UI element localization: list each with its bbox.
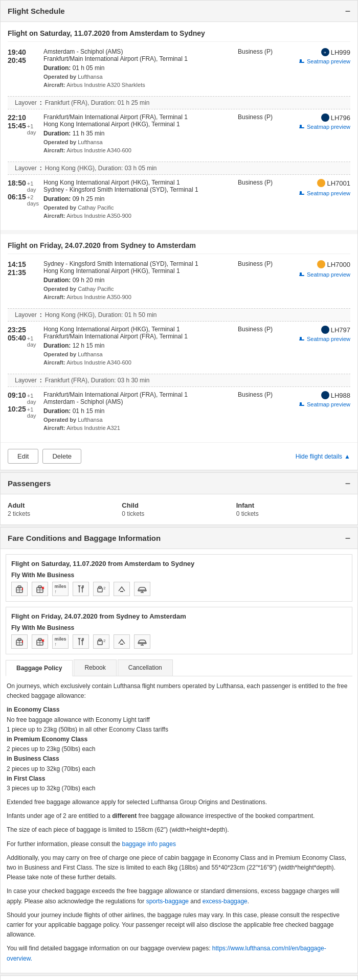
fare-tabs: Baggage Policy Rebook Cancellation — [6, 659, 352, 676]
seatmap-link[interactable]: Seatmap preview — [289, 190, 350, 197]
duration: Duration: 01 h 15 min — [43, 407, 233, 415]
lh-logo-yellow — [317, 260, 325, 268]
sports-baggage-link[interactable]: sports-baggage — [146, 898, 189, 905]
route-column: Hong Kong International Airport (HKG), T… — [38, 326, 238, 366]
baggage-info-link[interactable]: baggage info pages — [122, 840, 175, 848]
infant-label: Infant — [236, 502, 350, 509]
layover-dot: : — [40, 311, 42, 318]
passengers-toggle[interactable]: – — [345, 478, 350, 489]
baggage-icon-2 — [32, 582, 48, 596]
tab-cancellation[interactable]: Cancellation — [118, 659, 173, 676]
outbound-fare-title: Flight on Saturday, 11.07.2020 from Amst… — [11, 560, 347, 567]
layover-2: Layover : Hong Kong (HKG), Duration: 03 … — [8, 162, 350, 175]
child-label: Child — [122, 502, 236, 509]
tab-baggage-policy[interactable]: Baggage Policy — [6, 660, 73, 676]
seatmap-link[interactable]: Seatmap preview — [289, 58, 350, 65]
svg-rect-9 — [300, 191, 302, 194]
outbound-flight-section: Flight on Saturday, 11.07.2020 from Amst… — [1, 22, 357, 230]
time-column: 19:40 20:45 — [8, 48, 38, 64]
svg-rect-18 — [300, 402, 302, 405]
baggage-para-6: For further information, please consult … — [7, 839, 351, 849]
layover-dot: : — [40, 99, 42, 106]
arr-time: 10:25 — [8, 405, 26, 413]
edit-button[interactable]: Edit — [8, 449, 38, 464]
flight-number: LH7001 — [317, 179, 350, 187]
aircraft: Aircraft: Airbus Industrie A320 Sharklet… — [43, 82, 233, 88]
flight-schedule-toggle[interactable]: – — [345, 6, 350, 16]
flight-number: LH988 — [321, 391, 350, 399]
excess-baggage-link[interactable]: excess-baggage — [203, 898, 248, 905]
fare-conditions-title: Fare Conditions and Baggage Information — [8, 534, 161, 542]
tab-rebook[interactable]: Rebook — [74, 659, 116, 676]
flight-info: LH7001 Seatmap preview — [289, 179, 350, 197]
delete-button[interactable]: Delete — [42, 449, 81, 464]
baggage-para-4: Infants under age of 2 are entitled to a… — [7, 811, 351, 821]
flight-number: LH7000 — [317, 260, 350, 268]
layover-label: Layover — [15, 311, 37, 318]
flight-row: 22:10 15:45 +1 day Frankfurt/Main Intern… — [8, 113, 350, 153]
pax-row: Adult 2 tickets Child 0 tickets Infant 0… — [8, 502, 350, 517]
svg-rect-12 — [300, 272, 302, 276]
baggage-para-10: You will find detailed baggage informati… — [7, 944, 351, 963]
class-column: Business (P) — [238, 48, 289, 55]
flight-number: LH797 — [321, 326, 350, 334]
hide-details-button[interactable]: Hide flight details ▲ — [296, 453, 350, 460]
seatmap-link[interactable]: Seatmap preview — [289, 123, 350, 130]
flight-row: 18:50 +1 day 06:15 +2 days Hong Kong Int… — [8, 179, 350, 219]
dep-time: 09:10 — [8, 391, 26, 399]
aircraft: Aircraft: Airbus Industrie A340-600 — [43, 147, 233, 153]
class-column: Business (P) — [238, 179, 289, 186]
layover-location: Hong Kong (HKG), Duration: 03 h 05 min — [45, 165, 157, 172]
luggage-count-icon: 2 — [93, 634, 109, 649]
dep-time: 22:10 — [8, 113, 38, 122]
arr-time: 15:45 — [8, 122, 26, 130]
operated-by: Operated by Cathay Pacific — [43, 286, 233, 292]
seatmap-link[interactable]: Seatmap preview — [289, 401, 350, 408]
lh-logo — [321, 391, 329, 399]
layover-label: Layover — [15, 377, 37, 384]
outbound-flight-title: Flight on Saturday, 11.07.2020 from Amst… — [8, 29, 350, 42]
duration: Duration: 12 h 15 min — [43, 342, 233, 349]
seatmap-link[interactable]: Seatmap preview — [289, 335, 350, 343]
arr-modifier: +1 day — [27, 335, 38, 348]
class-column: Business (P) — [238, 113, 289, 121]
layover-4: Layover : Frankfurt (FRA), Duration: 03 … — [8, 374, 350, 387]
svg-rect-15 — [300, 337, 302, 340]
arr-modifier: +2 days — [27, 194, 39, 207]
return-flight-title: Flight on Friday, 24.07.2020 from Sydney… — [8, 241, 350, 254]
svg-point-4 — [323, 115, 328, 120]
fare-section-content: Flight on Saturday, 11.07.2020 from Amst… — [1, 554, 357, 973]
time-column: 22:10 15:45 +1 day — [8, 113, 38, 135]
svg-rect-55 — [99, 639, 101, 641]
flight-info: LH7000 Seatmap preview — [289, 260, 350, 278]
from-airport: Amsterdam - Schiphol (AMS) — [43, 48, 233, 55]
lh-logo — [321, 326, 329, 334]
fare-conditions-section: Fare Conditions and Baggage Information … — [0, 527, 358, 973]
layover-3: Layover : Hong Kong (HKG), Duration: 01 … — [8, 308, 350, 322]
section-divider — [1, 230, 357, 234]
svg-point-7 — [318, 179, 325, 186]
flight-info: LH797 Seatmap preview — [289, 326, 350, 343]
dep-modifier: +1 day — [27, 393, 38, 405]
svg-text:2: 2 — [103, 639, 106, 643]
baggage-para-3: Extended free baggage allowance apply fo… — [7, 797, 351, 807]
flight-num-text: LH7001 — [327, 179, 350, 187]
svg-rect-57 — [120, 644, 123, 645]
miles-icon: miles↑ — [52, 634, 69, 649]
baggage-icon-2 — [32, 634, 48, 649]
baggage-overview-link[interactable]: https://www.lufthansa.com/nl/en/baggage-… — [7, 945, 326, 962]
fare-conditions-toggle[interactable]: – — [345, 533, 350, 543]
layover-1: Layover : Frankfurt (FRA), Duration: 01 … — [8, 96, 350, 109]
time-column: 14:15 21:35 — [8, 260, 38, 277]
svg-rect-37 — [138, 590, 146, 591]
dep-time: 14:15 — [8, 260, 38, 268]
flight-row: 14:15 21:35 Sydney - Kingsford Smith Int… — [8, 260, 350, 300]
return-segment-1: 14:15 21:35 Sydney - Kingsford Smith Int… — [8, 260, 350, 300]
duration: Duration: 09 h 25 min — [43, 195, 233, 202]
child-column: Child 0 tickets — [122, 502, 236, 517]
seat-icon — [298, 123, 305, 130]
seatmap-link[interactable]: Seatmap preview — [289, 271, 350, 278]
baggage-para-7: Additionally, you may carry on free of c… — [7, 853, 351, 883]
seat-icon — [298, 401, 305, 408]
passengers-title: Passengers — [8, 479, 51, 488]
